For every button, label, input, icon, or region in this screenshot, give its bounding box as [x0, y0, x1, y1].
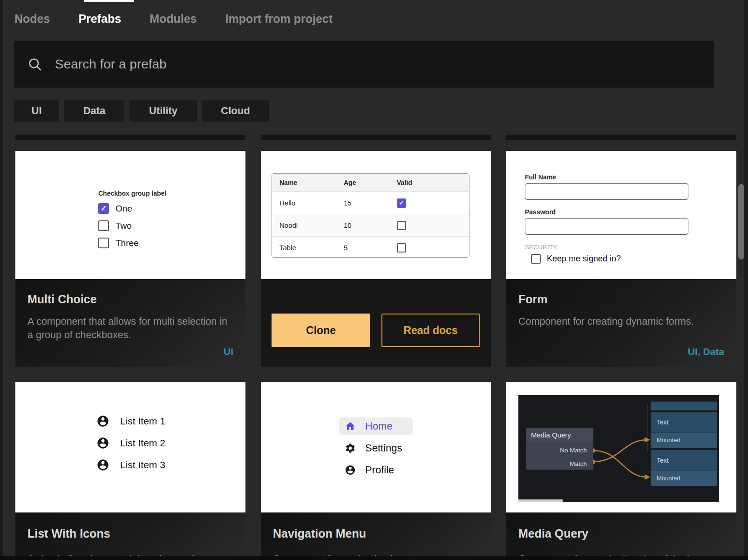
multi-choice-preview: Checkbox group label ✓ One Two Three	[15, 151, 245, 279]
home-icon	[345, 421, 356, 432]
prefab-card-multi-choice[interactable]: Checkbox group label ✓ One Two Three Mul…	[15, 151, 245, 367]
table-row: Table 5	[272, 237, 469, 258]
text-node: Text Mounted	[651, 450, 717, 486]
tab-modules[interactable]: Modules	[150, 12, 197, 26]
card-hover-actions: Clone Read docs	[261, 279, 491, 367]
card-footer: Multi Choice A component that allows for…	[15, 279, 245, 367]
checkbox-checked-icon: ✓	[98, 203, 109, 214]
person-icon	[96, 458, 109, 471]
checkbox-unchecked-icon	[531, 254, 541, 264]
checkbox-group-label: Checkbox group label	[98, 190, 166, 197]
tab-prefabs[interactable]: Prefabs	[78, 12, 121, 26]
table-row: Hello 15 ✓	[272, 192, 469, 214]
card-title: Multi Choice	[27, 291, 233, 307]
checkbox-option: ✓ One	[98, 203, 166, 214]
output-no-match: No Match	[526, 445, 593, 456]
media-query-preview: Media Query No Match Match Text Mounted …	[506, 382, 736, 512]
window-right-edge	[744, 0, 748, 560]
prefab-card-navigation-menu[interactable]: Home Settings Profile Navigation Menu Co…	[261, 382, 491, 560]
checkbox-unchecked-icon	[397, 243, 406, 253]
card-description: A component that allows for multi select…	[27, 315, 233, 342]
form-preview: Full Name Password SECURITY Keep me sign…	[506, 151, 736, 279]
search-input[interactable]	[43, 41, 714, 88]
output-match: Match	[526, 458, 593, 470]
full-name-label: Full Name	[525, 173, 688, 181]
table-row: Noodl 10	[272, 214, 469, 237]
card-footer: Form Component for creating dynamic form…	[506, 279, 736, 367]
full-name-field	[525, 183, 688, 200]
table-header-row: Name Age Valid	[272, 174, 469, 192]
list-item: List Item 2	[96, 437, 165, 450]
preview-table: Name Age Valid Hello 15 ✓ Noodl 10 Table…	[272, 173, 469, 258]
card-footer: List With Icons A simple list where each…	[15, 512, 245, 560]
list-item: List Item 3	[96, 458, 165, 471]
card-title: Form	[518, 291, 724, 307]
active-tab-indicator	[84, 0, 134, 2]
window-bottom-edge	[0, 556, 748, 560]
partial-node	[651, 402, 717, 410]
clone-button[interactable]: Clone	[272, 314, 370, 347]
list-item: List Item 1	[96, 415, 165, 428]
card-title: List With Icons	[27, 526, 233, 541]
card-tags: UI	[224, 346, 233, 357]
filter-data-button[interactable]: Data	[64, 100, 124, 122]
person-icon	[96, 415, 109, 428]
prefab-card-media-query[interactable]: Media Query No Match Match Text Mounted …	[506, 382, 736, 560]
password-label: Password	[525, 208, 688, 216]
checkbox-option: Three	[98, 237, 166, 249]
search-icon	[27, 56, 43, 72]
previous-row-card-bottom	[506, 135, 736, 140]
prefab-card-list-with-icons[interactable]: List Item 1 List Item 2 List Item 3 List…	[15, 382, 245, 560]
node-graph-screenshot: Media Query No Match Match Text Mounted …	[518, 395, 719, 502]
card-footer: Media Query Component that tracks the si…	[506, 512, 736, 560]
prefab-search-bar[interactable]	[14, 41, 714, 88]
filter-button-row: UI Data Utility Cloud	[14, 100, 269, 122]
tab-import-from-project[interactable]: Import from project	[225, 12, 333, 26]
card-footer: Navigation Menu Component for navigating…	[261, 512, 491, 560]
mounted-port: Mounted	[651, 471, 717, 486]
checkbox-unchecked-icon	[98, 238, 109, 248]
navigation-menu-preview: Home Settings Profile	[261, 382, 491, 512]
keep-signed-in-row: Keep me signed in?	[525, 254, 688, 264]
card-title: Navigation Menu	[273, 526, 479, 541]
checkbox-unchecked-icon	[397, 221, 406, 230]
security-section-label: SECURITY	[525, 244, 688, 251]
vertical-scrollbar-thumb[interactable]	[738, 184, 744, 260]
checkbox-option: Two	[98, 220, 166, 232]
list-with-icons-preview: List Item 1 List Item 2 List Item 3	[15, 382, 245, 512]
tab-nodes[interactable]: Nodes	[14, 12, 50, 26]
checkbox-checked-icon: ✓	[397, 198, 406, 208]
window-left-edge	[0, 0, 3, 560]
nav-item-home: Home	[339, 417, 413, 435]
card-tags: UI, Data	[688, 346, 724, 357]
text-node: Text Mounted	[651, 412, 717, 448]
checkbox-unchecked-icon	[98, 220, 109, 231]
embedded-scrollbar-fragment	[518, 499, 563, 502]
top-tab-bar: Nodes Prefabs Modules Import from projec…	[14, 12, 333, 26]
nav-item-profile: Profile	[339, 461, 413, 479]
prefab-card-table[interactable]: Name Age Valid Hello 15 ✓ Noodl 10 Table…	[261, 151, 491, 367]
read-docs-button[interactable]: Read docs	[381, 314, 480, 347]
mounted-port: Mounted	[651, 432, 717, 448]
gear-icon	[345, 443, 356, 454]
previous-row-card-bottom	[15, 135, 245, 140]
card-description: Component for creating dynamic forms.	[518, 315, 724, 328]
person-icon	[345, 464, 356, 476]
prefab-card-form[interactable]: Full Name Password SECURITY Keep me sign…	[506, 151, 736, 367]
previous-row-card-bottom	[261, 135, 491, 140]
filter-cloud-button[interactable]: Cloud	[202, 100, 269, 122]
card-title: Media Query	[518, 526, 724, 541]
person-icon	[96, 437, 109, 450]
nav-item-settings: Settings	[339, 439, 413, 457]
password-field	[525, 218, 688, 235]
filter-utility-button[interactable]: Utility	[129, 100, 197, 122]
filter-ui-button[interactable]: UI	[14, 100, 59, 122]
media-query-node: Media Query No Match Match	[526, 428, 593, 470]
table-preview: Name Age Valid Hello 15 ✓ Noodl 10 Table…	[261, 151, 491, 279]
